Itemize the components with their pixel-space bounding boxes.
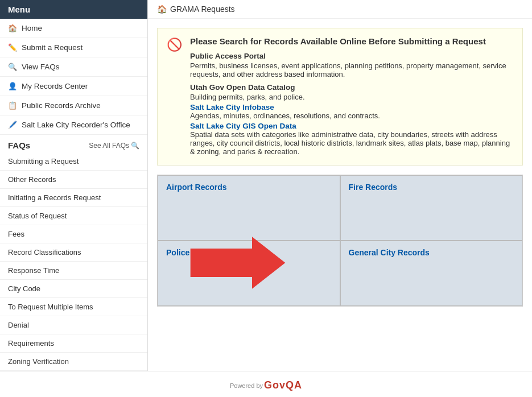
alert-content: Please Search for Records Available Onli… (190, 36, 513, 157)
nav-label: View FAQs (22, 63, 60, 71)
general-city-records-card[interactable]: General City Records (340, 241, 523, 306)
footer: Powered by GovQA (0, 371, 532, 397)
qa-text: QA (286, 379, 302, 391)
breadcrumb-text: GRAMA Requests (170, 5, 235, 14)
faq-item[interactable]: Fees (0, 225, 147, 243)
records-grid: Airport Records Fire Records Police Reco… (157, 175, 523, 307)
police-records-card[interactable]: Police Records (158, 241, 340, 306)
gov-text: Gov (264, 379, 286, 391)
nav-icon: ✏️ (8, 43, 17, 52)
gis-link[interactable]: Salt Lake City GIS Open Data (190, 122, 296, 130)
menu-header: Menu (0, 0, 147, 19)
faq-item[interactable]: Zoning Verification (0, 353, 147, 371)
nav-label: Home (22, 24, 42, 32)
fire-records-card[interactable]: Fire Records (340, 175, 523, 241)
faqs-section-header: FAQs See All FAQs 🔍 (0, 135, 147, 152)
fire-records-link[interactable]: Fire Records (349, 183, 398, 192)
home-icon: 🏠 (157, 5, 167, 14)
see-all-faqs[interactable]: See All FAQs 🔍 (89, 142, 139, 150)
utah-gov-text: Building permits, parks, and police. (190, 93, 513, 101)
faq-item[interactable]: Response Time (0, 262, 147, 280)
faq-item[interactable]: Other Records (0, 171, 147, 189)
search-icon: 🔍 (131, 142, 139, 150)
airport-records-link[interactable]: Airport Records (166, 183, 227, 192)
nav-label: Submit a Request (22, 43, 83, 52)
portal-text: Permits, business licenses, event applic… (190, 61, 513, 78)
faq-item[interactable]: Initiating a Records Request (0, 189, 147, 207)
general-city-records-link[interactable]: General City Records (349, 248, 430, 257)
faq-item[interactable]: Record Classifications (0, 243, 147, 262)
sidebar-nav-item[interactable]: 🖊️Salt Lake City Recorder's Office (0, 115, 147, 135)
infobase-link[interactable]: Salt Lake City Infobase (190, 103, 274, 111)
faq-item[interactable]: Submitting a Request (0, 152, 147, 171)
govqa-logo: GovQA (264, 379, 302, 391)
nav-icon: 👤 (8, 82, 17, 90)
faqs-title: FAQs (8, 140, 30, 150)
sidebar-nav-item[interactable]: ✏️Submit a Request (0, 38, 147, 57)
sidebar: Menu 🏠Home✏️Submit a Request🔍View FAQs👤M… (0, 0, 148, 371)
sidebar-nav-item[interactable]: 📋Public Records Archive (0, 96, 147, 115)
faq-item[interactable]: City Code (0, 280, 147, 298)
nav-label: Salt Lake City Recorder's Office (22, 121, 130, 129)
nav-icon: 🖊️ (8, 121, 17, 129)
infobase-text: Agendas, minutes, ordinances, resolution… (190, 111, 513, 120)
nav-label: Public Records Archive (22, 101, 101, 110)
nav-icon: 📋 (8, 101, 17, 110)
faq-item[interactable]: Status of Request (0, 207, 147, 225)
faq-item[interactable]: Requirements (0, 334, 147, 353)
nav-label: My Records Center (22, 82, 88, 90)
sidebar-nav-item[interactable]: 👤My Records Center (0, 77, 147, 96)
police-records-link[interactable]: Police Records (166, 248, 224, 257)
portal-title: Public Access Portal (190, 52, 513, 60)
breadcrumb: 🏠 GRAMA Requests (148, 0, 532, 19)
faq-item[interactable]: Denial (0, 316, 147, 334)
nav-icon: 🏠 (8, 24, 17, 32)
powered-by-text: Powered by (230, 382, 263, 389)
airport-records-card[interactable]: Airport Records (158, 175, 340, 241)
sidebar-nav-item[interactable]: 🔍View FAQs (0, 57, 147, 77)
faq-item[interactable]: To Request Multiple Items (0, 298, 147, 316)
sidebar-nav-item[interactable]: 🏠Home (0, 19, 147, 38)
nav-icon: 🔍 (8, 63, 17, 71)
utah-gov-title: Utah Gov Open Data Catalog (190, 83, 513, 92)
alert-title: Please Search for Records Available Onli… (190, 36, 513, 46)
main-content: 🏠 GRAMA Requests 🚫 Please Search for Rec… (148, 0, 532, 371)
alert-box: 🚫 Please Search for Records Available On… (157, 28, 523, 166)
alert-icon: 🚫 (167, 38, 182, 157)
gis-text: Spatial data sets with categories like a… (190, 130, 513, 156)
footer-brand: Powered by GovQA (7, 379, 525, 391)
